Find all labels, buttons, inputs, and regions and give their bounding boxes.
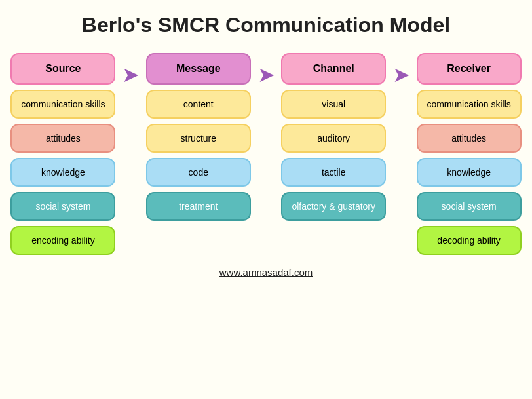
page-title: Berlo's SMCR Communication Model bbox=[82, 13, 450, 37]
message-item-2: code bbox=[146, 158, 251, 187]
channel-item-0: visual bbox=[281, 90, 386, 119]
source-item-4: encoding ability bbox=[10, 226, 115, 255]
channel-item-2: tactile bbox=[281, 158, 386, 187]
receiver-item-0: communication skills bbox=[417, 90, 522, 119]
flow-arrow-3: ➤ bbox=[390, 53, 413, 87]
column-channel: Channelvisualauditorytactileolfactory & … bbox=[277, 53, 390, 221]
column-receiver: Receivercommunication skillsattitudeskno… bbox=[412, 53, 525, 255]
channel-item-3: olfactory & gustatory bbox=[281, 192, 386, 221]
message-item-0: content bbox=[146, 90, 251, 119]
arrow-icon: ➤ bbox=[257, 62, 275, 87]
smcr-diagram: Sourcecommunication skillsattitudesknowl… bbox=[7, 53, 525, 255]
receiver-header: Receiver bbox=[417, 53, 522, 85]
receiver-item-4: decoding ability bbox=[417, 226, 522, 255]
channel-header: Channel bbox=[281, 53, 386, 85]
flow-arrow-2: ➤ bbox=[255, 53, 277, 87]
source-header: Source bbox=[10, 53, 115, 85]
channel-item-1: auditory bbox=[281, 124, 386, 153]
column-source: Sourcecommunication skillsattitudesknowl… bbox=[7, 53, 120, 255]
message-item-3: treatment bbox=[146, 192, 251, 221]
arrow-icon: ➤ bbox=[392, 62, 410, 87]
receiver-item-3: social system bbox=[417, 192, 522, 221]
flow-arrow-1: ➤ bbox=[120, 53, 142, 87]
message-item-1: structure bbox=[146, 124, 251, 153]
arrow-icon: ➤ bbox=[122, 62, 140, 87]
column-message: Messagecontentstructurecodetreatment bbox=[142, 53, 255, 221]
message-header: Message bbox=[146, 53, 251, 85]
source-item-0: communication skills bbox=[10, 90, 115, 119]
website-link[interactable]: www.amnasadaf.com bbox=[219, 267, 313, 278]
receiver-item-2: knowledge bbox=[417, 158, 522, 187]
receiver-item-1: attitudes bbox=[417, 124, 522, 153]
source-item-3: social system bbox=[10, 192, 115, 221]
source-item-2: knowledge bbox=[10, 158, 115, 187]
source-item-1: attitudes bbox=[10, 124, 115, 153]
